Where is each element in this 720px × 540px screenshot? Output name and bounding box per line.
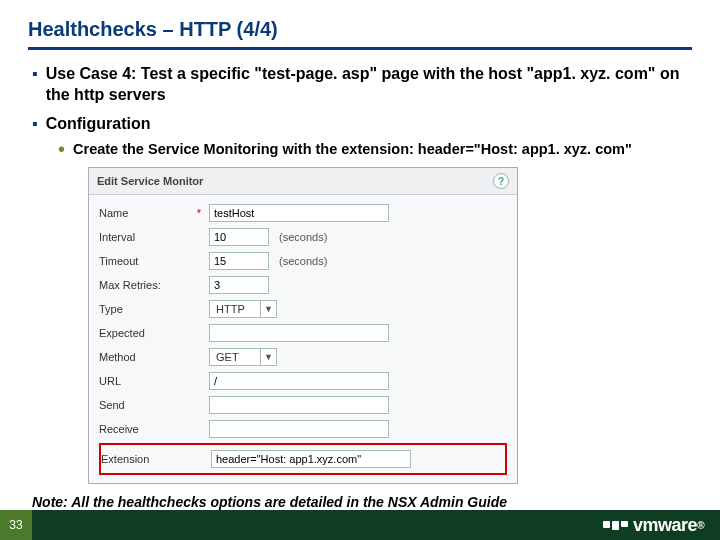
page-title: Healthchecks – HTTP (4/4)	[28, 18, 692, 50]
label-receive: Receive	[99, 423, 189, 435]
bullet-mark-icon: ▪	[32, 114, 38, 134]
label-extension: Extension	[101, 453, 191, 465]
service-monitor-panel: Edit Service Monitor ? Name * Interval (…	[88, 167, 518, 484]
row-url: URL	[99, 369, 507, 393]
maxretries-field[interactable]	[209, 276, 269, 294]
label-type: Type	[99, 303, 189, 315]
note-text: Note: All the healthchecks options are d…	[32, 494, 692, 510]
required-mark: *	[195, 207, 203, 219]
vmware-logo: vmware®	[603, 515, 704, 536]
row-extension: Extension	[101, 447, 505, 471]
label-send: Send	[99, 399, 189, 411]
chevron-down-icon: ▼	[260, 349, 276, 365]
send-field[interactable]	[209, 396, 389, 414]
label-interval: Interval	[99, 231, 189, 243]
method-dropdown[interactable]: GET ▼	[209, 348, 277, 366]
logo-boxes-icon	[603, 521, 628, 530]
extension-highlight: Extension	[99, 443, 507, 475]
label-method: Method	[99, 351, 189, 363]
expected-field[interactable]	[209, 324, 389, 342]
name-field[interactable]	[209, 204, 389, 222]
bullet-configuration-text: Configuration	[46, 114, 151, 135]
label-timeout: Timeout	[99, 255, 189, 267]
interval-field[interactable]	[209, 228, 269, 246]
bullet-config-sub: • Create the Service Monitoring with the…	[58, 140, 692, 159]
panel-title: Edit Service Monitor	[97, 175, 203, 187]
bullet-configuration: ▪ Configuration	[32, 114, 692, 135]
row-maxretries: Max Retries:	[99, 273, 507, 297]
bullet-mark-icon: ▪	[32, 64, 38, 84]
row-expected: Expected	[99, 321, 507, 345]
help-icon[interactable]: ?	[493, 173, 509, 189]
page-number: 33	[0, 510, 32, 540]
row-name: Name *	[99, 201, 507, 225]
extension-field[interactable]	[211, 450, 411, 468]
label-url: URL	[99, 375, 189, 387]
row-method: Method GET ▼	[99, 345, 507, 369]
label-name: Name	[99, 207, 189, 219]
method-value: GET	[210, 351, 260, 363]
timeout-field[interactable]	[209, 252, 269, 270]
url-field[interactable]	[209, 372, 389, 390]
units-seconds: (seconds)	[279, 231, 327, 243]
type-value: HTTP	[210, 303, 260, 315]
row-interval: Interval (seconds)	[99, 225, 507, 249]
row-receive: Receive	[99, 417, 507, 441]
label-maxretries: Max Retries:	[99, 279, 189, 291]
row-send: Send	[99, 393, 507, 417]
bullet-use-case-text: Use Case 4: Test a specific "test-page. …	[46, 64, 692, 106]
bullet-use-case: ▪ Use Case 4: Test a specific "test-page…	[32, 64, 692, 106]
receive-field[interactable]	[209, 420, 389, 438]
bullet-dot-icon: •	[58, 140, 65, 158]
units-seconds: (seconds)	[279, 255, 327, 267]
row-type: Type HTTP ▼	[99, 297, 507, 321]
type-dropdown[interactable]: HTTP ▼	[209, 300, 277, 318]
label-expected: Expected	[99, 327, 189, 339]
bullet-config-sub-text: Create the Service Monitoring with the e…	[73, 140, 632, 159]
chevron-down-icon: ▼	[260, 301, 276, 317]
footer: 33 vmware®	[0, 510, 720, 540]
logo-text: vmware	[633, 515, 697, 536]
row-timeout: Timeout (seconds)	[99, 249, 507, 273]
